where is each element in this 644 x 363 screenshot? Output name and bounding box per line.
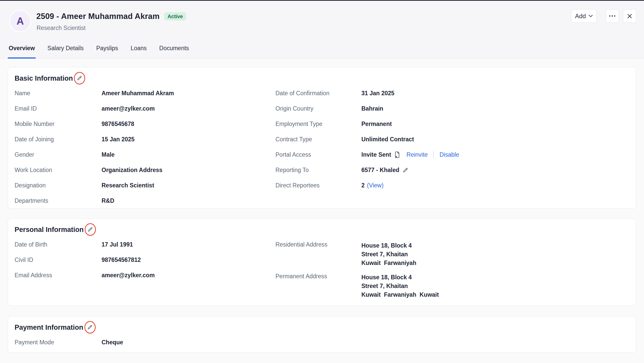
tab-payslips[interactable]: Payslips xyxy=(96,45,119,59)
field-label: Civil ID xyxy=(15,257,102,263)
section-title: Payment Information xyxy=(15,323,83,332)
field-value: 15 Jan 2025 xyxy=(102,136,275,143)
field-label: Payment Mode xyxy=(15,339,102,346)
invite-sent-document-icon xyxy=(394,151,400,158)
field-value: Ameer Muhammad Akram xyxy=(102,90,275,97)
view-reportees-link[interactable]: (View) xyxy=(367,182,384,189)
field-value: ameer@zylker.com xyxy=(102,272,275,279)
basic-information-card: Basic Information Name Ameer Muhammad Ak… xyxy=(8,67,636,209)
link-divider xyxy=(433,151,434,158)
field-label: Name xyxy=(15,90,102,97)
permanent-address-value: House 18, Block 4 Street 7, Khaitan Kuwa… xyxy=(361,273,628,299)
field-label: Employment Type xyxy=(275,121,361,127)
ellipsis-icon xyxy=(609,15,616,17)
personal-information-header: Personal Information xyxy=(15,225,628,234)
edit-basic-information-button[interactable] xyxy=(74,72,85,84)
reinvite-link[interactable]: Reinvite xyxy=(406,151,428,158)
portal-access-value: Invite Sent Reinvite Disable xyxy=(361,151,628,158)
field-value: Cheque xyxy=(102,339,628,346)
personal-right-rows: Residential Address House 18, Block 4 St… xyxy=(275,241,628,299)
basic-information-columns: Name Ameer Muhammad Akram Email ID ameer… xyxy=(15,90,628,204)
reportees-count: 2 xyxy=(361,182,365,189)
field-label: Reporting To xyxy=(275,167,361,173)
field-value: Male xyxy=(102,151,275,158)
tab-bar: Overview Salary Details Payslips Loans D… xyxy=(8,45,190,59)
more-button[interactable] xyxy=(606,9,619,23)
address-line: Kuwait Farwaniyah xyxy=(361,259,628,267)
field-label: Designation xyxy=(15,182,102,189)
add-button[interactable]: Add xyxy=(571,9,597,23)
disable-link[interactable]: Disable xyxy=(439,151,459,158)
close-icon xyxy=(627,14,632,19)
avatar-letter: A xyxy=(17,15,24,27)
field-label: Email Address xyxy=(15,272,102,279)
payment-information-header: Payment Information xyxy=(15,323,628,332)
edit-personal-information-button[interactable] xyxy=(85,223,96,236)
pencil-icon xyxy=(76,75,83,81)
edit-reporting-to-button[interactable] xyxy=(402,167,409,173)
page-title: 2509 - Ameer Muhammad Akram xyxy=(36,12,160,21)
employee-designation: Research Scientist xyxy=(37,25,86,31)
basic-right-rows: Date of Confirmation 31 Jan 2025 Origin … xyxy=(275,90,628,189)
avatar: A xyxy=(9,10,31,32)
payment-rows: Payment Mode Cheque xyxy=(15,339,628,346)
field-label: Mobile Number xyxy=(15,121,102,127)
field-label: Origin Country xyxy=(275,105,361,112)
status-badge: Active xyxy=(164,12,186,20)
field-label: Date of Birth xyxy=(15,241,102,248)
residential-address-value: House 18, Block 4 Street 7, Khaitan Kuwa… xyxy=(361,241,628,267)
address-line: Street 7, Khaitan xyxy=(361,282,628,290)
field-value: Bahrain xyxy=(361,105,628,112)
field-value: ameer@zylker.com xyxy=(102,105,275,112)
field-label: Permanent Address xyxy=(275,273,361,280)
field-label: Work Location xyxy=(15,167,102,173)
personal-information-columns: Date of Birth 17 Jul 1991 Civil ID 98765… xyxy=(15,241,628,299)
basic-information-header: Basic Information xyxy=(15,74,628,83)
portal-status: Invite Sent xyxy=(361,151,391,158)
payment-information-card: Payment Information Payment Mode Cheque xyxy=(8,316,636,353)
address-line: Street 7, Khaitan xyxy=(361,250,628,259)
field-label: Email ID xyxy=(15,105,102,112)
section-title: Basic Information xyxy=(15,74,73,83)
field-label: Portal Access xyxy=(275,151,361,158)
field-value: 9876545678 xyxy=(102,121,275,127)
field-label: Residential Address xyxy=(275,241,361,248)
tab-overview[interactable]: Overview xyxy=(8,45,35,59)
reporting-to-value: 6577 - Khaled xyxy=(361,167,628,173)
personal-left-rows: Date of Birth 17 Jul 1991 Civil ID 98765… xyxy=(15,241,275,279)
address-line: House 18, Block 4 xyxy=(361,273,628,282)
chevron-down-icon xyxy=(589,15,593,17)
field-label: Gender xyxy=(15,151,102,158)
field-value: Organization Address xyxy=(102,167,275,173)
pencil-icon xyxy=(87,226,93,232)
add-button-label: Add xyxy=(575,13,586,20)
section-title: Personal Information xyxy=(15,225,84,234)
field-label: Contract Type xyxy=(275,136,361,143)
pencil-icon xyxy=(87,324,93,330)
field-value: Permanent xyxy=(361,121,628,127)
field-value: R&D xyxy=(102,197,275,204)
field-value: 17 Jul 1991 xyxy=(102,241,275,248)
field-value: Unlimited Contract xyxy=(361,136,628,143)
field-value: 6577 - Khaled xyxy=(361,167,399,173)
field-value: 987654567812 xyxy=(102,257,275,263)
field-label: Date of Joining xyxy=(15,136,102,143)
address-line: House 18, Block 4 xyxy=(361,241,628,250)
field-label: Date of Confirmation xyxy=(275,90,361,97)
field-value: Research Scientist xyxy=(102,182,275,189)
tab-salary-details[interactable]: Salary Details xyxy=(47,45,84,59)
direct-reportees-value: 2 (View) xyxy=(361,182,628,189)
field-label: Direct Reportees xyxy=(275,182,361,189)
tab-loans[interactable]: Loans xyxy=(130,45,147,59)
address-line: Kuwait Farwaniyah Kuwait xyxy=(361,290,628,299)
edit-payment-information-button[interactable] xyxy=(84,321,96,334)
personal-information-card: Personal Information Date of Birth 17 Ju… xyxy=(8,218,636,306)
tab-documents[interactable]: Documents xyxy=(159,45,190,59)
close-button[interactable] xyxy=(623,9,636,23)
field-value: 31 Jan 2025 xyxy=(361,90,628,97)
employee-header: A 2509 - Ameer Muhammad Akram Active Res… xyxy=(0,1,644,59)
field-label: Departments xyxy=(15,197,102,204)
header-buttons: Add xyxy=(571,9,636,23)
basic-left-rows: Name Ameer Muhammad Akram Email ID ameer… xyxy=(15,90,275,204)
title-row: 2509 - Ameer Muhammad Akram Active xyxy=(36,11,186,22)
